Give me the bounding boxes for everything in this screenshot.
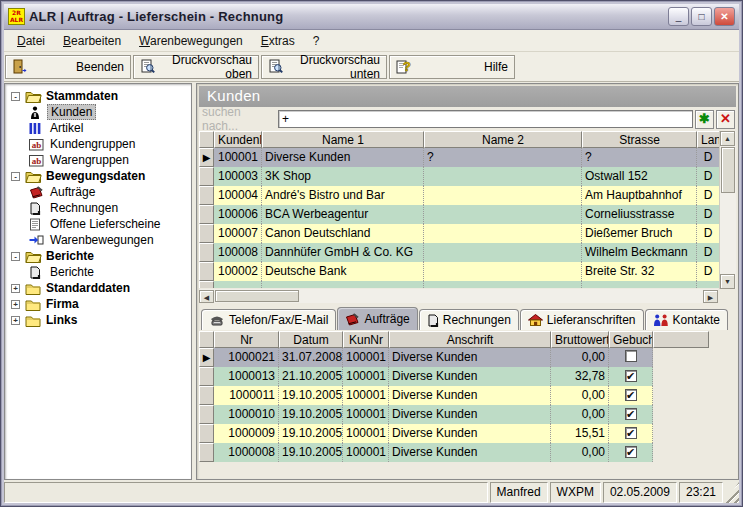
druckvorschau-oben-button[interactable]: Druckvorschau oben [133,55,259,79]
minimize-button[interactable]: _ [668,7,689,26]
print-preview-icon [140,59,158,74]
table-row[interactable]: 100002 Deutsche Bank Breite Str. 32 D [199,262,736,281]
customers-table: KundenNrName 1Name 2StrasseLand ▶ 100001… [199,131,736,303]
tree-expander-icon[interactable]: + [11,284,20,293]
menu-item-datei[interactable]: Datei [9,32,53,50]
column-header[interactable]: Name 2 [424,131,582,148]
gebucht-checkbox[interactable]: ✔ [625,389,637,401]
goods-movement-icon [29,234,47,246]
row-selector[interactable] [199,424,214,443]
scrollbar-thumb[interactable] [215,290,299,302]
table-row[interactable]: 100004 André's Bistro und Bar Am Hauptba… [199,186,736,205]
tree-item-aufträge[interactable]: Aufträge [7,184,189,200]
scroll-up-icon[interactable]: ▲ [720,131,735,146]
column-header[interactable]: KunNr [343,331,389,348]
maximize-button[interactable]: □ [691,7,712,26]
table-row[interactable]: 100003 3K Shop Ostwall 152 D [199,167,736,186]
table-row[interactable]: 1000009 19.10.2005 100001 Diverse Kunden… [199,424,736,443]
column-header[interactable]: Datum [279,331,343,348]
row-selector[interactable] [199,243,214,262]
tab-kontakte[interactable]: Kontakte [645,309,728,330]
column-header[interactable]: Anschrift [389,331,551,348]
gebucht-checkbox[interactable]: ✔ [625,408,637,420]
tree-item-firma[interactable]: +Firma [7,296,189,312]
search-row: suchen nach... ✱ ✕ [199,107,736,131]
column-header[interactable]: Strasse [582,131,697,148]
close-button[interactable]: ✕ [714,7,735,26]
tree-item-links[interactable]: +Links [7,312,189,328]
column-header[interactable]: Name 1 [262,131,424,148]
hilfe-button[interactable]: ?Hilfe [389,55,515,79]
tree-item-stammdaten[interactable]: -Stammdaten [7,88,189,104]
column-header[interactable]: Bruttowert [551,331,609,348]
current-row-marker[interactable]: ▶ [199,348,214,367]
row-selector[interactable] [199,405,214,424]
table-row[interactable]: ▶ 1000021 31.07.2008 100001 Diverse Kund… [199,348,736,367]
tab-telefon-fax-e-mail[interactable]: Telefon/Fax/E-Mail [201,309,336,330]
tree-item-rechnungen[interactable]: Rechnungen [7,200,189,216]
column-header[interactable]: Gebucht [609,331,653,348]
orders-table-header: NrDatumKunNrAnschriftBruttowertGebucht [199,331,736,348]
column-header[interactable]: Land [697,131,720,148]
tree-item-kundengruppen[interactable]: abKundengruppen [7,136,189,152]
folder-closed-icon [25,314,43,327]
vertical-scrollbar[interactable]: ▲ ▼ [719,131,736,289]
scroll-down-icon[interactable]: ▼ [720,274,735,289]
table-row[interactable]: 1000010 19.10.2005 100001 Diverse Kunden… [199,405,736,424]
table-row[interactable]: 1000008 19.10.2005 100001 Diverse Kunden… [199,443,736,462]
table-row[interactable]: 100008 Dannhüfer GmbH & Co. KG Wilhelm B… [199,243,736,262]
clear-search-button[interactable]: ✕ [716,110,735,129]
tree-item-standarddaten[interactable]: +Standarddaten [7,280,189,296]
tree-item-warenbewegungen[interactable]: Warenbewegungen [7,232,189,248]
gebucht-checkbox[interactable]: ✔ [625,427,637,439]
druckvorschau-unten-button[interactable]: Druckvorschau unten [261,55,387,79]
beenden-button[interactable]: Beenden [5,55,131,79]
horizontal-scrollbar[interactable]: ◀ ▶ [199,289,718,303]
row-selector[interactable] [199,367,214,386]
search-input[interactable] [278,110,693,128]
table-row[interactable]: 100006 BCA Werbeagentur Corneliusstrasse… [199,205,736,224]
gebucht-checkbox[interactable]: ✔ [625,446,637,458]
menu-item-extras[interactable]: Extras [253,32,303,50]
column-header[interactable]: KundenNr [214,131,262,148]
row-selector[interactable] [199,205,214,224]
scroll-right-icon[interactable]: ▶ [703,290,718,303]
tree-item-artikel[interactable]: Artikel [7,120,189,136]
tree-item-warengruppen[interactable]: abWarengruppen [7,152,189,168]
tree-expander-icon[interactable]: - [11,92,20,101]
scrollbar-thumb[interactable] [721,147,735,193]
scroll-left-icon[interactable]: ◀ [199,290,214,303]
table-row[interactable]: 1000011 19.10.2005 100001 Diverse Kunden… [199,386,736,405]
current-row-marker[interactable]: ▶ [199,148,214,167]
row-selector[interactable] [199,186,214,205]
row-selector[interactable] [199,443,214,462]
tree-expander-icon[interactable]: - [11,252,20,261]
gebucht-checkbox[interactable] [625,350,637,362]
search-wildcard-button[interactable]: ✱ [695,110,714,129]
tree-item-berichte[interactable]: Berichte [7,264,189,280]
tab-lieferanschriften[interactable]: Lieferanschriften [520,309,644,330]
resize-grip-icon[interactable] [725,482,739,503]
menu-item-bearbeiten[interactable]: Bearbeiten [55,32,129,50]
tree-expander-icon[interactable]: + [11,300,20,309]
menu-item-warenbewegungen[interactable]: Warenbewegungen [131,32,251,50]
column-header[interactable]: Nr [214,331,279,348]
tree-item-offene-lieferscheine[interactable]: Offene Lieferscheine [7,216,189,232]
row-selector[interactable] [199,224,214,243]
gebucht-checkbox[interactable]: ✔ [625,370,637,382]
tree-item-bewegungsdaten[interactable]: -Bewegungsdaten [7,168,189,184]
detail-tabs: Telefon/Fax/E-MailAufträgeRechnungenLief… [199,303,736,330]
table-row[interactable]: ▶ 100001 Diverse Kunden ? ? D [199,148,736,167]
tree-expander-icon[interactable]: + [11,316,20,325]
table-row[interactable]: 100007 Canon Deutschland Dießemer Bruch … [199,224,736,243]
row-selector[interactable] [199,386,214,405]
tab-rechnungen[interactable]: Rechnungen [419,309,519,330]
menu-item-help[interactable]: ? [305,32,328,50]
row-selector[interactable] [199,262,214,281]
table-row[interactable]: 1000013 21.10.2005 100001 Diverse Kunden… [199,367,736,386]
tree-item-berichte[interactable]: -Berichte [7,248,189,264]
row-selector[interactable] [199,167,214,186]
tree-expander-icon[interactable]: - [11,172,20,181]
tab-aufträge[interactable]: Aufträge [337,307,417,330]
tree-item-kunden[interactable]: Kunden [7,104,189,120]
